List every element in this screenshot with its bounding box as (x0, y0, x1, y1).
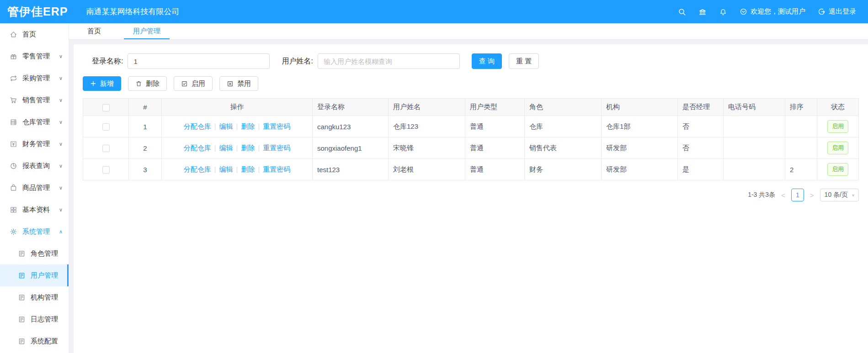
action-link-reset-password[interactable]: 重置密码 (263, 165, 290, 173)
sidebar-item-label: 商品管理 (22, 184, 50, 192)
chevron-down-icon: ∨ (59, 53, 63, 59)
welcome-user[interactable]: 欢迎您，测试用户 (740, 7, 805, 16)
cell-user-name: 刘老根 (389, 159, 465, 180)
sidebar-item-log[interactable]: 日志管理 (0, 308, 69, 330)
cell-is-manager: 否 (678, 116, 724, 137)
next-page-button[interactable]: > (810, 191, 814, 199)
sidebar-item-role[interactable]: 角色管理 (0, 242, 69, 264)
sidebar-item-user[interactable]: 用户管理 (0, 264, 69, 286)
cell-role: 仓库 (525, 116, 602, 137)
sidebar-item-report[interactable]: 报表查询∨ (0, 155, 69, 177)
action-link-edit[interactable]: 编辑 (219, 165, 233, 173)
bank-icon[interactable] (698, 8, 707, 16)
tab-user-management[interactable]: 用户管理 (124, 23, 170, 39)
select-all-checkbox[interactable] (102, 104, 110, 111)
sidebar-item-purchase[interactable]: 采购管理∨ (0, 67, 69, 89)
add-button-label: 新增 (100, 79, 114, 88)
sidebar-item-finance[interactable]: 财务管理∨ (0, 133, 69, 155)
cell-select (83, 116, 129, 137)
tab-home[interactable]: 首页 (78, 23, 110, 39)
page-1-button[interactable]: 1 (791, 189, 804, 201)
sidebar-item-warehouse[interactable]: 仓库管理∨ (0, 111, 69, 133)
sidebar-item-label: 用户管理 (31, 271, 58, 280)
action-separator: | (236, 165, 238, 173)
chevron-down-icon: ∨ (59, 119, 63, 125)
doc-icon (18, 250, 26, 258)
add-button[interactable]: 新增 (83, 76, 121, 91)
company-name: 南通某某网络科技有限公司 (86, 6, 179, 17)
column-header-11: 状态 (817, 99, 859, 116)
chevron-down-icon: ∨ (59, 185, 63, 191)
user-name-input[interactable] (318, 53, 460, 69)
pie-icon (10, 162, 17, 170)
action-separator: | (214, 144, 216, 152)
sidebar-item-org[interactable]: 机构管理 (0, 286, 69, 308)
user-name-label: 用户姓名: (282, 57, 313, 66)
sidebar-item-sales[interactable]: 销售管理∨ (0, 89, 69, 111)
sidebar-item-label: 基本资料 (22, 205, 50, 214)
search-icon[interactable] (678, 8, 686, 16)
delete-button[interactable]: 删除 (128, 76, 167, 91)
reset-button[interactable]: 重 置 (509, 53, 539, 69)
doc-icon (18, 316, 26, 323)
action-link-delete[interactable]: 删除 (241, 144, 255, 152)
cell-sort (785, 116, 817, 137)
action-separator: | (236, 144, 238, 152)
action-separator: | (236, 122, 238, 130)
cell-sort: 2 (785, 159, 817, 180)
action-link-delete[interactable]: 删除 (241, 165, 255, 173)
action-separator: | (258, 122, 260, 130)
action-link-reset-password[interactable]: 重置密码 (263, 144, 290, 152)
chevron-down-icon: ∨ (59, 141, 63, 147)
gear-icon (10, 228, 17, 236)
page-size-value: 10 条/页 (825, 191, 848, 199)
sidebar-item-label: 角色管理 (31, 249, 58, 258)
sidebar-item-config[interactable]: 系统配置 (0, 330, 69, 352)
row-select-checkbox[interactable] (102, 123, 110, 131)
cell-index: 2 (129, 137, 162, 159)
bell-icon[interactable] (719, 8, 727, 16)
action-link-assign-warehouse[interactable]: 分配仓库 (184, 144, 211, 152)
action-link-assign-warehouse[interactable]: 分配仓库 (184, 165, 211, 173)
column-header-9: 电话号码 (724, 99, 785, 116)
login-name-input[interactable] (128, 53, 270, 69)
sidebar-item-retail[interactable]: 零售管理∨ (0, 45, 69, 67)
cell-is-manager: 否 (678, 137, 724, 159)
cell-actions: 分配仓库|编辑|删除|重置密码 (162, 116, 313, 137)
prev-page-button[interactable]: < (781, 191, 785, 199)
sidebar-item-goods[interactable]: 商品管理∨ (0, 177, 69, 199)
action-link-edit[interactable]: 编辑 (219, 122, 233, 130)
cell-status: 启用 (817, 137, 859, 159)
sidebar-item-home[interactable]: 首页 (0, 23, 69, 45)
sidebar-item-label: 零售管理 (22, 52, 50, 61)
query-button[interactable]: 查 询 (472, 53, 502, 69)
action-link-delete[interactable]: 删除 (241, 122, 255, 130)
user-management-panel: 登录名称: 用户姓名: 查 询 重 置 新增 删除 (74, 44, 868, 353)
row-select-checkbox[interactable] (102, 145, 110, 152)
action-link-edit[interactable]: 编辑 (219, 144, 233, 152)
cell-user-type: 普通 (465, 137, 525, 159)
delete-button-label: 删除 (146, 79, 160, 88)
tabbar: 首页 用户管理 (69, 23, 868, 40)
page-size-select[interactable]: 10 条/页 ▾ (820, 189, 859, 201)
column-header-6: 角色 (525, 99, 602, 116)
app-logo[interactable]: 管伊佳ERP (7, 4, 68, 19)
action-link-reset-password[interactable]: 重置密码 (263, 122, 290, 130)
x-square-icon (227, 80, 234, 87)
check-square-icon (181, 80, 188, 87)
content-area: 登录名称: 用户姓名: 查 询 重 置 新增 删除 (69, 40, 868, 353)
sidebar-item-system[interactable]: 系统管理∧ (0, 221, 69, 242)
users-table: #操作登录名称用户姓名用户类型角色机构是否经理电话号码排序状态 1分配仓库|编辑… (83, 98, 859, 180)
disable-button[interactable]: 禁用 (219, 76, 258, 91)
logout-button[interactable]: 退出登录 (818, 7, 856, 16)
cell-login-name: test123 (313, 159, 389, 180)
row-select-checkbox[interactable] (102, 166, 110, 174)
sidebar-item-basic-data[interactable]: 基本资料∨ (0, 199, 69, 221)
cabinet-icon (10, 118, 17, 126)
cell-status: 启用 (817, 159, 859, 180)
action-link-assign-warehouse[interactable]: 分配仓库 (184, 122, 211, 130)
chevron-down-icon: ∨ (59, 163, 63, 169)
enable-button[interactable]: 启用 (174, 76, 213, 91)
select-all-header (83, 99, 129, 116)
cell-actions: 分配仓库|编辑|删除|重置密码 (162, 159, 313, 180)
